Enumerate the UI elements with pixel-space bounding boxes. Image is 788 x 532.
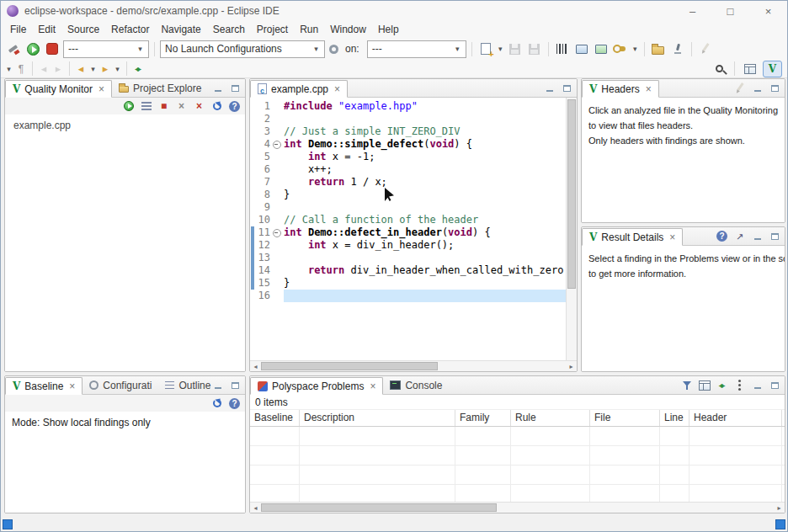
- column-header-line[interactable]: Line: [660, 410, 690, 426]
- console-view-button[interactable]: [573, 40, 590, 57]
- close-icon[interactable]: ×: [370, 380, 375, 392]
- forward-history-dropdown-icon[interactable]: [114, 65, 121, 73]
- launch-settings-button[interactable]: [327, 40, 339, 57]
- code-line-14[interactable]: return div_in_header_when_called_with_ze…: [284, 264, 566, 277]
- tab-example-cpp[interactable]: example.cpp ×: [250, 80, 348, 98]
- help-button[interactable]: ?: [715, 230, 729, 242]
- close-icon[interactable]: ×: [98, 83, 104, 95]
- menu-source[interactable]: Source: [61, 22, 105, 37]
- code-line-13[interactable]: [284, 252, 566, 264]
- maximize-view-button[interactable]: [228, 82, 242, 94]
- edit-header-button[interactable]: [732, 82, 747, 94]
- close-icon[interactable]: ×: [334, 83, 340, 95]
- pin-button[interactable]: [669, 40, 686, 57]
- new-dropdown-icon[interactable]: [497, 45, 504, 53]
- code-line-8[interactable]: }: [284, 189, 566, 201]
- minimize-view-button[interactable]: [210, 379, 225, 391]
- refresh-button[interactable]: [210, 396, 224, 410]
- close-button[interactable]: ×: [749, 1, 787, 21]
- scrollbar-thumb[interactable]: [261, 362, 438, 370]
- menu-navigate[interactable]: Navigate: [155, 22, 206, 37]
- search-button[interactable]: [711, 61, 727, 77]
- launch-config-combo[interactable]: No Launch Configurations: [160, 40, 325, 58]
- scrollbar-track[interactable]: [261, 361, 566, 371]
- tab-headers[interactable]: V Headers ×: [582, 80, 659, 98]
- fold-marker-icon[interactable]: [270, 226, 282, 239]
- scroll-left-icon[interactable]: ◂: [250, 503, 261, 513]
- refresh-button[interactable]: [210, 99, 224, 113]
- tab-project-explorer[interactable]: Project Explore: [112, 79, 208, 97]
- help-button[interactable]: ?: [227, 99, 242, 113]
- open-external-button[interactable]: [732, 230, 747, 242]
- code-line-2[interactable]: [284, 113, 566, 125]
- column-header-description[interactable]: Description: [300, 410, 455, 426]
- run-config-button[interactable]: [612, 40, 629, 57]
- scrollbar-track[interactable]: [261, 503, 774, 513]
- problems-horizontal-scrollbar[interactable]: ◂ ▸: [250, 502, 785, 513]
- menu-project[interactable]: Project: [251, 22, 294, 37]
- back-history-dropdown-icon[interactable]: [89, 65, 97, 73]
- show-findings-button[interactable]: [139, 99, 153, 113]
- minimize-view-button[interactable]: [750, 230, 764, 242]
- start-analysis-button[interactable]: [121, 99, 136, 113]
- maximize-view-button[interactable]: [560, 82, 574, 94]
- remove-all-button[interactable]: ×: [192, 99, 206, 113]
- column-header-header[interactable]: Header: [690, 410, 782, 426]
- minimize-view-button[interactable]: [750, 82, 764, 94]
- maximize-view-button[interactable]: [768, 379, 782, 391]
- code-line-10[interactable]: // Call a function of the header: [284, 214, 566, 226]
- link-problems-button[interactable]: [715, 379, 729, 391]
- code-line-12[interactable]: int x = div_in_header();: [284, 239, 566, 252]
- tab-quality-monitor[interactable]: V Quality Monitor ×: [5, 80, 112, 98]
- menu-refactor[interactable]: Refactor: [105, 22, 155, 37]
- code-line-15[interactable]: }: [284, 277, 566, 290]
- column-header-baseline[interactable]: Baseline: [250, 410, 300, 426]
- open-resource-button[interactable]: [650, 40, 667, 57]
- tab-console[interactable]: Console: [383, 376, 449, 394]
- menu-run[interactable]: Run: [294, 22, 324, 37]
- annotate-button[interactable]: [697, 40, 714, 57]
- stop-analysis-button[interactable]: ■: [157, 99, 171, 113]
- previous-annotation-button[interactable]: [38, 61, 50, 77]
- stop-button[interactable]: [44, 40, 61, 57]
- close-icon[interactable]: ×: [646, 83, 652, 95]
- remove-file-button[interactable]: ×: [174, 99, 189, 113]
- file-item[interactable]: example.cpp: [5, 114, 245, 136]
- scroll-right-icon[interactable]: ▸: [566, 361, 577, 371]
- code-line-7[interactable]: return 1 / x;: [284, 176, 566, 189]
- polyspace-perspective-button[interactable]: V: [763, 61, 782, 77]
- minimize-view-button[interactable]: [210, 82, 225, 94]
- scroll-right-icon[interactable]: ▸: [774, 503, 785, 513]
- code-line-5[interactable]: int x = -1;: [284, 151, 566, 163]
- column-header-file[interactable]: File: [590, 410, 660, 426]
- run-button[interactable]: [24, 40, 41, 57]
- tab-polyspace-problems[interactable]: Polyspace Problems ×: [250, 377, 383, 395]
- fold-marker-icon[interactable]: [270, 138, 282, 151]
- build-settings-icon[interactable]: [5, 40, 22, 57]
- code-line-6[interactable]: x++;: [284, 163, 566, 176]
- view-menu-dropdown-icon[interactable]: [5, 65, 13, 73]
- link-with-editor-button[interactable]: [132, 61, 144, 77]
- menu-search[interactable]: Search: [207, 22, 251, 37]
- tab-configuration[interactable]: Configurati: [83, 376, 158, 394]
- new-button[interactable]: [477, 40, 494, 57]
- view-menu-button[interactable]: [732, 379, 747, 391]
- code-line-3[interactable]: // Just a simple INT_ZERO_DIV: [284, 125, 566, 138]
- save-button[interactable]: [507, 40, 524, 57]
- run-config-dropdown-icon[interactable]: [631, 45, 639, 53]
- runner-combo[interactable]: ---: [63, 40, 149, 58]
- editor-code[interactable]: #include "example.hpp"// Just a simple I…: [284, 98, 566, 360]
- minimize-view-button[interactable]: [750, 379, 764, 391]
- filter-button[interactable]: [679, 379, 694, 391]
- maximize-view-button[interactable]: [768, 82, 782, 94]
- maximize-button[interactable]: □: [711, 1, 749, 21]
- code-line-4[interactable]: int Demo::simple_defect(void) {: [284, 138, 566, 151]
- open-perspective-button[interactable]: [742, 61, 759, 77]
- tab-outline[interactable]: Outline: [158, 376, 217, 394]
- show-whitespace-button[interactable]: [15, 61, 27, 77]
- menu-edit[interactable]: Edit: [32, 22, 61, 37]
- code-line-9[interactable]: [284, 201, 566, 214]
- scrollbar-thumb[interactable]: [261, 503, 497, 512]
- columns-button[interactable]: [697, 379, 711, 391]
- remote-terminal-button[interactable]: [593, 40, 610, 57]
